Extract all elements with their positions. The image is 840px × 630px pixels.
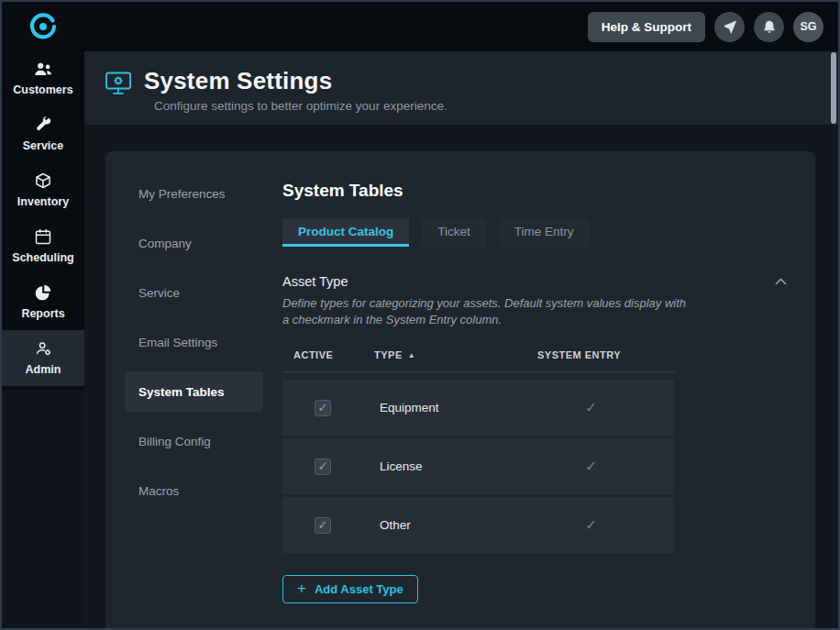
main-column: Help & Support SG bbox=[84, 2, 838, 628]
add-asset-type-button[interactable]: + Add Asset Type bbox=[282, 575, 418, 603]
asset-type-section-header: Asset Type bbox=[282, 274, 793, 289]
settings-nav-my-preferences[interactable]: My Preferences bbox=[125, 173, 263, 214]
asset-type-description: Define types for categorizing your asset… bbox=[282, 295, 693, 327]
active-checkbox[interactable]: ✓ bbox=[315, 517, 331, 534]
page-header-text: System Settings Configure settings to be… bbox=[144, 67, 448, 113]
asset-type-name: License bbox=[380, 459, 537, 473]
notifications-button[interactable] bbox=[754, 12, 784, 42]
page-header: System Settings Configure settings to be… bbox=[84, 51, 838, 125]
asset-type-name: Equipment bbox=[380, 401, 537, 414]
checkbox-check-icon: ✓ bbox=[318, 519, 328, 531]
settings-nav-service[interactable]: Service bbox=[125, 272, 263, 313]
table-row: ✓ Other ✓ bbox=[282, 497, 674, 553]
system-tables-content: System Tables Product Catalog Ticket Tim… bbox=[263, 173, 793, 628]
column-header-active: ACTIVE bbox=[293, 349, 374, 360]
system-entry-check-icon: ✓ bbox=[585, 400, 597, 415]
plus-icon: + bbox=[297, 580, 306, 598]
sidebar: Customers Service Inventory bbox=[2, 2, 84, 628]
sidebar-item-inventory[interactable]: Inventory bbox=[2, 162, 84, 218]
sidebar-nav-block: Customers Service Inventory bbox=[2, 2, 84, 390]
sidebar-item-label: Scheduling bbox=[12, 251, 73, 264]
sidebar-item-label: Admin bbox=[26, 363, 61, 376]
asset-type-table: ACTIVE TYPE▲ SYSTEM ENTRY ✓ Equipment ✓ bbox=[282, 349, 674, 553]
chevron-up-icon bbox=[775, 278, 787, 285]
system-entry-check-icon: ✓ bbox=[585, 517, 597, 533]
sidebar-item-label: Inventory bbox=[17, 195, 69, 208]
table-row: ✓ License ✓ bbox=[282, 438, 674, 494]
settings-nav: My Preferences Company Service Email Set… bbox=[125, 173, 263, 628]
settings-nav-company[interactable]: Company bbox=[125, 223, 263, 263]
table-row: ✓ Equipment ✓ bbox=[282, 380, 674, 436]
settings-nav-billing-config[interactable]: Billing Config bbox=[125, 421, 263, 461]
brand-logo-icon bbox=[28, 11, 59, 42]
sort-asc-icon: ▲ bbox=[408, 351, 415, 359]
settings-nav-system-tables[interactable]: System Tables bbox=[125, 371, 263, 412]
user-avatar[interactable]: SG bbox=[793, 12, 823, 42]
settings-nav-macros[interactable]: Macros bbox=[125, 470, 263, 511]
calendar-icon bbox=[34, 227, 52, 246]
active-checkbox[interactable]: ✓ bbox=[315, 400, 331, 416]
help-support-button[interactable]: Help & Support bbox=[588, 12, 705, 42]
app-window: Customers Service Inventory bbox=[0, 0, 840, 630]
collapse-section-button[interactable] bbox=[772, 275, 790, 288]
app-logo[interactable] bbox=[2, 2, 84, 51]
sidebar-item-label: Customers bbox=[13, 83, 72, 96]
table-header-row: ACTIVE TYPE▲ SYSTEM ENTRY bbox=[282, 349, 674, 372]
sidebar-item-label: Service bbox=[23, 139, 63, 152]
content-title: System Tables bbox=[282, 181, 793, 201]
asset-type-title: Asset Type bbox=[282, 274, 348, 289]
tab-time-entry[interactable]: Time Entry bbox=[499, 218, 590, 247]
sidebar-item-customers[interactable]: Customers bbox=[2, 51, 84, 106]
sidebar-item-label: Reports bbox=[21, 307, 64, 320]
column-header-type[interactable]: TYPE▲ bbox=[374, 349, 537, 360]
sidebar-item-service[interactable]: Service bbox=[2, 106, 84, 162]
page-subtitle: Configure settings to better optimize yo… bbox=[154, 99, 448, 113]
settings-card: My Preferences Company Service Email Set… bbox=[105, 151, 815, 628]
active-checkbox[interactable]: ✓ bbox=[315, 459, 331, 475]
column-header-type-label: TYPE bbox=[374, 349, 403, 360]
bell-icon bbox=[762, 19, 777, 35]
pie-chart-icon bbox=[34, 283, 52, 302]
add-asset-type-label: Add Asset Type bbox=[315, 582, 403, 596]
table-body: ✓ Equipment ✓ ✓ License ✓ ✓ bbox=[282, 380, 674, 553]
asset-type-name: Other bbox=[380, 518, 537, 532]
sidebar-item-scheduling[interactable]: Scheduling bbox=[2, 218, 84, 274]
settings-nav-email-settings[interactable]: Email Settings bbox=[125, 322, 263, 362]
sidebar-item-reports[interactable]: Reports bbox=[2, 274, 84, 330]
paper-plane-icon bbox=[723, 19, 737, 34]
sidebar-item-admin[interactable]: Admin bbox=[2, 330, 84, 386]
tab-ticket[interactable]: Ticket bbox=[422, 218, 486, 247]
vertical-scrollbar-thumb[interactable] bbox=[831, 52, 836, 124]
tab-bar: Product Catalog Ticket Time Entry bbox=[282, 218, 793, 247]
people-icon bbox=[33, 61, 53, 78]
column-header-system-entry: SYSTEM ENTRY bbox=[537, 349, 674, 360]
checkbox-check-icon: ✓ bbox=[318, 402, 328, 414]
tab-product-catalog[interactable]: Product Catalog bbox=[282, 218, 409, 247]
wrench-icon bbox=[34, 116, 52, 134]
system-entry-check-icon: ✓ bbox=[585, 459, 597, 474]
send-feedback-button[interactable] bbox=[714, 12, 745, 42]
checkbox-check-icon: ✓ bbox=[318, 460, 328, 472]
page-body: My Preferences Company Service Email Set… bbox=[84, 125, 838, 628]
box-icon bbox=[34, 171, 52, 190]
admin-gear-icon bbox=[34, 339, 52, 358]
topbar: Help & Support SG bbox=[84, 2, 838, 51]
page-title: System Settings bbox=[144, 67, 448, 95]
system-settings-icon bbox=[105, 71, 132, 95]
